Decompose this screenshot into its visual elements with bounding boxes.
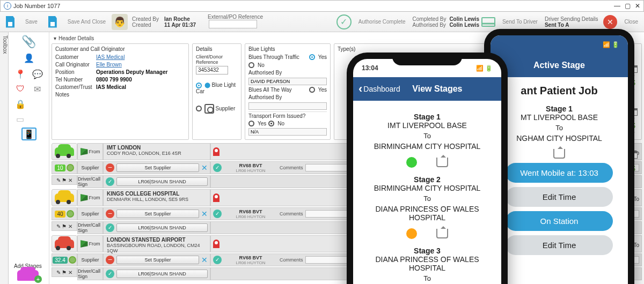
callorig-link[interactable]: Elle Brown [96, 62, 185, 68]
tool-icons[interactable]: ✎ ⚑ ✕ [52, 267, 77, 277]
blank-icon2[interactable] [30, 113, 45, 125]
blue-car-radio[interactable] [196, 83, 202, 88]
customer-link[interactable]: IAS Medical [96, 54, 185, 60]
chat-icon[interactable]: 💬 [30, 68, 45, 80]
driver-send-meta: Driver Sending Details Sent To A [545, 16, 602, 28]
toolbox-rail[interactable]: Toolbox [0, 32, 9, 284]
form-na-input[interactable] [248, 128, 327, 136]
went-mobile-button[interactable]: Went Mobile at: 13:03 [506, 163, 613, 183]
edit-time-button-2[interactable]: Edit Time [506, 235, 613, 255]
floppy-icon [6, 16, 14, 28]
user-icon[interactable]: 👤 [21, 51, 36, 64]
clear-icon[interactable]: ✕ [201, 256, 208, 264]
upload-icon[interactable] [436, 158, 448, 167]
check-icon[interactable]: ✓ [213, 210, 222, 218]
check-icon[interactable]: ✓ [106, 177, 114, 186]
check-icon[interactable]: ✓ [213, 163, 222, 172]
floppy-icon [48, 16, 57, 28]
auth-by-input2[interactable] [248, 102, 327, 110]
car-icon[interactable] [52, 235, 77, 252]
shield-icon[interactable]: 🛡 [13, 83, 28, 95]
stage-location[interactable]: IMT LONDONCODY ROAD, LONDON, E16 4SR [103, 143, 210, 160]
remove-button[interactable]: – [106, 163, 114, 172]
window-title: Job Number 1077 [13, 3, 60, 9]
send-to-driver-button[interactable]: Send To Driver [497, 13, 543, 31]
pin-icon[interactable] [213, 147, 219, 156]
supplier-label: Supplier [77, 161, 103, 174]
user-avatar[interactable]: 👨 [112, 14, 128, 30]
save-button-icon[interactable] [1, 13, 19, 31]
mail-icon[interactable]: ✉ [30, 83, 45, 95]
maximize-button[interactable]: ▢ [625, 2, 631, 10]
save-close-button[interactable]: Save And Close [63, 13, 111, 31]
edit-time-button[interactable]: Edit Time [506, 187, 613, 207]
status-icons: 📶 🔋 [603, 41, 619, 48]
details-panel: Details Client/Donor Reference 3453432 ⬤… [192, 43, 241, 140]
form-yes[interactable] [248, 121, 254, 126]
minimize-button[interactable]: — [614, 2, 620, 10]
pin-icon[interactable] [213, 240, 219, 248]
palette: 📎 👤 📍💬 🛡✉ 🔒 ▭ 📱 [9, 32, 49, 284]
car-icon[interactable] [52, 189, 77, 206]
clear-icon[interactable]: ✕ [201, 210, 208, 218]
completed-meta: Completed ByColin Lewis Authorised ByCol… [413, 16, 479, 28]
note-icon[interactable]: ▭ [13, 113, 28, 125]
location-icon[interactable]: 📍 [13, 68, 28, 80]
authorise-button[interactable]: Authorise Complete [354, 13, 411, 31]
supplier-radio[interactable] [196, 106, 202, 111]
tool-icons[interactable]: ✎ ⚑ ✕ [52, 221, 77, 231]
back-icon[interactable]: ‹ [358, 82, 362, 96]
car-icon[interactable] [52, 143, 77, 160]
client-ref-input[interactable]: 3453432 [196, 66, 228, 74]
upload-icon[interactable] [436, 229, 448, 238]
remove-button[interactable]: – [106, 210, 114, 218]
check-icon[interactable]: ✓ [106, 270, 114, 278]
from-flag[interactable]: From [77, 235, 103, 252]
plus-icon: + [34, 275, 42, 283]
callsign-field[interactable]: LR06|SHAUN SHAND [116, 223, 208, 232]
blank-icon[interactable] [30, 98, 45, 110]
upload-icon[interactable] [553, 149, 565, 159]
save-button[interactable]: Save [20, 13, 42, 31]
status-icons: 📶 🔋 [476, 65, 493, 72]
phone-time: 13:04 [362, 64, 378, 72]
from-flag[interactable]: From [77, 189, 103, 206]
pin-icon[interactable] [213, 193, 219, 202]
comments-label: Comments [280, 211, 303, 216]
external-ref-input[interactable] [209, 20, 257, 28]
set-supplier-button[interactable]: Set Supplier [116, 256, 199, 264]
close-button[interactable]: Close [619, 13, 643, 31]
mobile-icon[interactable]: 📱 [21, 128, 36, 140]
tool-icons[interactable]: ✎ ⚑ ✕ [52, 175, 77, 185]
auth-by-input[interactable] [248, 78, 327, 85]
callsign-field[interactable]: LR06|SHAUN SHAND [116, 177, 208, 186]
from-flag[interactable]: From [77, 143, 103, 160]
check-icon[interactable]: ✓ [213, 256, 222, 264]
check-icon[interactable]: ✓ [106, 223, 114, 232]
stage-location[interactable]: KINGS COLLEGE HOSPITALDENMARK HILL, LOND… [103, 189, 210, 206]
clear-icon[interactable]: ✕ [201, 163, 208, 172]
remove-button[interactable]: – [106, 256, 114, 264]
phone1-header: ‹Dashboard View Stages [353, 77, 501, 101]
on-station-button[interactable]: On Station [506, 211, 613, 231]
form-no[interactable] [268, 121, 274, 126]
reg-plate: RV68 BVTLR06 HUYTON [224, 208, 277, 220]
info-icon: i [4, 2, 11, 10]
stage-badge: 10 [55, 165, 65, 171]
stage-badge: 32.4 [53, 257, 67, 264]
stage-location[interactable]: LONDON STANSTED AIRPORTBASSINGBOURN ROAD… [103, 235, 210, 252]
external-ref: External/PO Reference [208, 14, 263, 29]
lock-icon[interactable]: 🔒 [13, 98, 28, 110]
allway-yes[interactable] [309, 87, 315, 93]
through-no[interactable] [248, 62, 254, 68]
status-dot-green [406, 157, 417, 168]
close-window-button[interactable]: ✕ [635, 2, 640, 10]
through-yes[interactable] [309, 54, 315, 60]
add-stages-button[interactable]: Add Stages + [14, 263, 42, 281]
set-supplier-button[interactable]: Set Supplier [116, 163, 199, 172]
callsign-field[interactable]: LR06|SHAUN SHAND [116, 270, 208, 278]
attach-icon[interactable]: 📎 [21, 35, 36, 48]
set-supplier-button[interactable]: Set Supplier [116, 210, 199, 218]
save-close-button-icon[interactable] [43, 13, 62, 31]
supplier-label: Supplier [77, 207, 103, 220]
